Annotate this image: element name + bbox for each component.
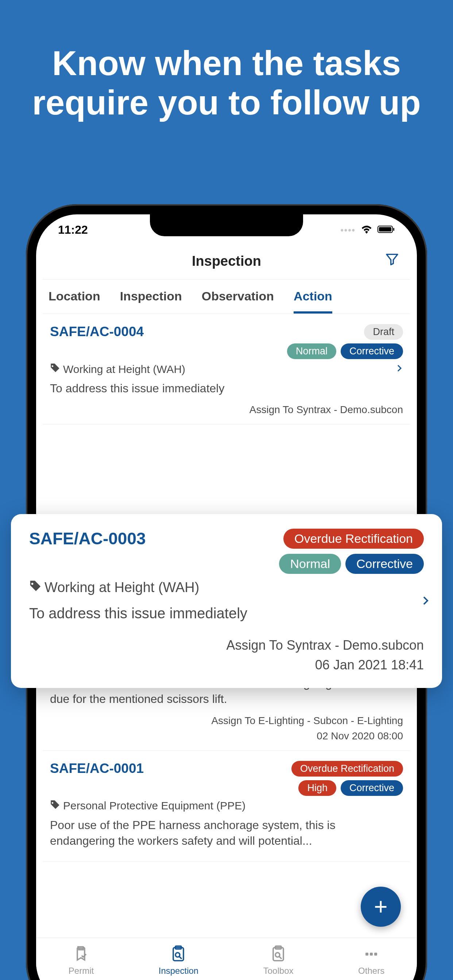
action-description: To address this issue immediately <box>50 380 403 396</box>
status-indicators: •••• <box>340 223 395 237</box>
action-card[interactable]: SAFE/AC-0001 Overdue Rectification High … <box>43 751 410 862</box>
svg-rect-2 <box>393 228 394 231</box>
action-category: Working at Height (WAH) <box>29 580 424 595</box>
tag-icon <box>29 580 41 595</box>
permit-icon <box>72 945 90 963</box>
priority-badge: Normal <box>287 344 336 359</box>
action-id: SAFE/AC-0004 <box>50 324 144 339</box>
nav-permit[interactable]: Permit <box>69 945 94 980</box>
svg-rect-1 <box>379 227 391 232</box>
page-title: Inspection <box>192 253 261 269</box>
action-description: To address this issue immediately <box>29 603 424 623</box>
svg-point-5 <box>175 953 180 957</box>
action-meta: Assign To Syntrax - Demo.subcon06 Jan 20… <box>29 635 424 675</box>
device-notch <box>150 215 303 236</box>
svg-rect-9 <box>365 953 368 956</box>
status-badge: Overdue Rectification <box>283 529 424 549</box>
nav-others[interactable]: Others <box>358 945 384 980</box>
category-label: Working at Height (WAH) <box>45 580 199 595</box>
bottom-navbar: Permit Inspection Toolbox Others <box>36 938 417 980</box>
nav-label: Permit <box>69 966 94 976</box>
plus-icon: + <box>374 893 388 920</box>
add-button[interactable]: + <box>361 887 401 927</box>
filter-icon <box>385 252 399 267</box>
type-badge: Corrective <box>345 554 424 574</box>
action-card[interactable]: SAFE/AC-0004 Draft Normal Corrective Wor… <box>43 314 410 425</box>
tab-bar: Location Inspection Observation Action <box>43 280 410 314</box>
tab-action[interactable]: Action <box>293 289 332 313</box>
page-header: Inspection <box>43 237 410 280</box>
more-icon <box>362 945 380 963</box>
marketing-title: Know when the tasks require you to follo… <box>0 0 453 123</box>
type-badge: Corrective <box>341 344 403 359</box>
svg-rect-10 <box>370 953 373 956</box>
priority-badge: High <box>298 780 336 796</box>
inspection-icon <box>170 945 187 963</box>
tab-location[interactable]: Location <box>48 289 100 313</box>
status-time: 11:22 <box>58 223 88 237</box>
action-category: Working at Height (WAH) <box>50 363 403 375</box>
wifi-icon <box>361 223 372 237</box>
toolbox-icon <box>270 945 287 963</box>
chevron-right-icon <box>420 593 431 609</box>
action-id: SAFE/AC-0001 <box>50 761 144 776</box>
battery-icon <box>378 223 395 237</box>
type-badge: Corrective <box>341 780 403 796</box>
tag-icon <box>50 363 60 375</box>
action-category: Personal Protective Equipment (PPE) <box>50 800 403 812</box>
tab-observation[interactable]: Observation <box>202 289 274 313</box>
tag-icon <box>50 800 60 812</box>
nav-label: Others <box>358 966 384 976</box>
action-meta: Assign To Syntrax - Demo.subcon <box>50 402 403 417</box>
action-id: SAFE/AC-0003 <box>29 529 146 548</box>
nav-label: Toolbox <box>263 966 293 976</box>
priority-badge: Normal <box>279 554 341 574</box>
category-label: Working at Height (WAH) <box>63 363 185 375</box>
action-meta: Assign To E-Lighting - Subcon - E-Lighti… <box>50 713 403 744</box>
svg-point-8 <box>275 953 280 957</box>
chevron-right-icon <box>395 364 404 374</box>
action-description: Poor use of the PPE harness anchorage sy… <box>50 818 403 849</box>
status-badge: Draft <box>364 324 403 340</box>
cellular-icon: •••• <box>340 225 356 235</box>
status-badge: Overdue Rectification <box>292 761 403 776</box>
action-card-highlighted[interactable]: SAFE/AC-0003 Overdue Rectification Norma… <box>11 514 442 688</box>
tab-inspection[interactable]: Inspection <box>120 289 182 313</box>
nav-label: Inspection <box>159 966 198 976</box>
svg-rect-11 <box>374 953 377 956</box>
nav-inspection[interactable]: Inspection <box>159 945 198 980</box>
filter-button[interactable] <box>385 252 399 268</box>
nav-toolbox[interactable]: Toolbox <box>263 945 293 980</box>
category-label: Personal Protective Equipment (PPE) <box>63 800 246 812</box>
